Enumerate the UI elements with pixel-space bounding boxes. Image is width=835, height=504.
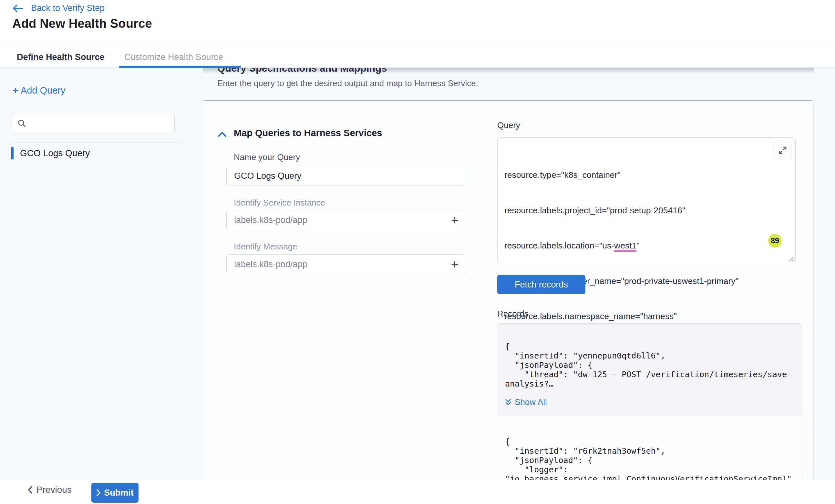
spellcheck-underline: west1 [614,241,636,252]
query-item-label: GCO Logs Query [20,148,90,159]
section-heading: Query Specifications and Mappings [217,68,387,74]
service-instance-input[interactable] [234,215,451,225]
record-item-1: { "insertId": "yennepun0qtd6ll6", "jsonP… [497,323,802,416]
previous-label: Previous [37,485,72,495]
identify-message-label: Identify Message [234,242,298,252]
message-field-wrap: + [226,254,465,274]
fullscreen-icon [778,146,787,155]
submit-button[interactable]: Submit [91,483,139,503]
tab-define-health-source[interactable]: Define Health Source [17,46,105,68]
add-service-instance-path-icon[interactable]: + [451,215,459,225]
add-message-path-icon[interactable]: + [451,259,459,269]
tab-bar: Define Health Source Customize Health So… [0,46,835,68]
char-count-badge: 89 [768,234,782,248]
show-all-link[interactable]: Show All [505,398,794,407]
double-chevron-down-icon [505,398,511,406]
active-tab-underline [119,66,241,68]
sidebar-divider [12,143,182,143]
add-query-button[interactable]: + Add Query [12,85,65,96]
query-mapping-panel: Map Queries to Harness Services Name you… [203,100,814,480]
chevron-right-icon [96,489,101,497]
search-input[interactable] [30,119,166,128]
search-icon [17,119,26,128]
section-subtitle: Enter the query to get the desired outpu… [217,78,478,88]
footer-bar: Previous Submit [0,480,835,504]
submit-label: Submit [104,488,134,498]
sidebar-item-gco-logs-query[interactable]: GCO Logs Query [11,147,90,160]
selected-indicator-bar [11,147,14,160]
collapse-section-button[interactable] [217,131,227,140]
query-textarea[interactable]: resource.type="k8s_container" resource.l… [497,138,796,263]
identify-service-instance-label: Identify Service Instance [234,198,325,208]
message-input[interactable] [234,259,451,269]
chevron-left-icon [27,486,33,494]
records-container: { "insertId": "yennepun0qtd6ll6", "jsonP… [497,323,802,480]
plus-icon: + [12,86,19,95]
back-link-label: Back to Verify Step [31,3,105,13]
fetch-records-button[interactable]: Fetch records [497,275,585,294]
tab-customize-health-source[interactable]: Customize Health Source [124,46,223,68]
service-instance-field-wrap: + [226,210,465,230]
name-your-query-label: Name your Query [234,152,300,162]
previous-button[interactable]: Previous [27,485,72,495]
records-label: Records [497,309,529,319]
query-search-box [12,114,175,133]
record-item-2: { "insertId": "r6rk2tnah3owf5eh", "jsonP… [497,416,802,480]
page-title: Add New Health Source [12,17,152,30]
page-header: Back to Verify Step Add New Health Sourc… [0,0,835,46]
query-name-field-wrap [226,166,465,186]
back-arrow-icon [12,4,23,13]
show-all-label: Show All [515,398,547,407]
query-name-input[interactable] [234,171,459,181]
textarea-resize-handle[interactable] [788,255,794,262]
map-queries-title: Map Queries to Harness Services [234,128,382,139]
add-query-label: Add Query [21,85,65,96]
back-link[interactable]: Back to Verify Step [12,3,105,13]
query-label: Query [497,120,520,130]
add-health-source-page: Back to Verify Step Add New Health Sourc… [0,0,835,504]
expand-query-button[interactable] [774,142,791,159]
content-area: Query Specifications and Mappings Enter … [0,68,835,480]
